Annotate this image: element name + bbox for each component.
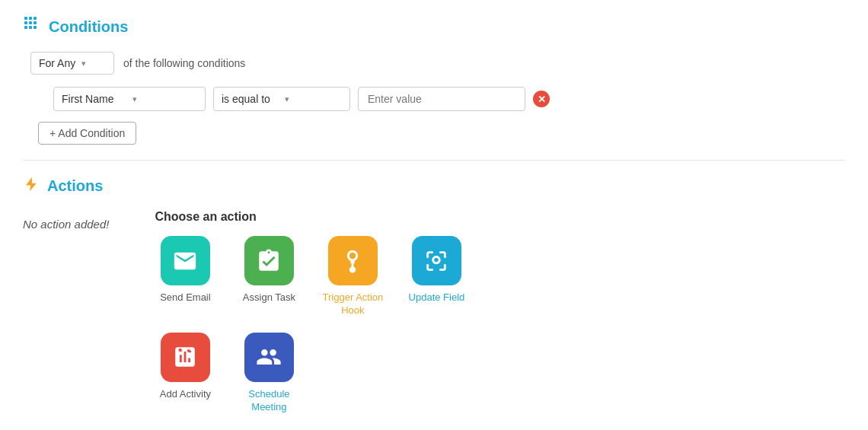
chevron-down-icon: ▾	[81, 59, 86, 68]
email-icon	[172, 248, 198, 274]
page-container: Conditions For Any ▾ of the following co…	[0, 0, 868, 429]
svg-rect-0	[24, 17, 27, 20]
chevron-down-icon: ▾	[132, 94, 197, 104]
no-action-text: No action added!	[23, 210, 109, 231]
svg-rect-7	[29, 26, 32, 29]
meeting-icon	[256, 344, 282, 370]
action-item-send-email[interactable]: Send Email	[155, 236, 215, 317]
assign-task-icon-box	[244, 236, 294, 285]
trigger-action-hook-icon-box	[328, 236, 378, 285]
actions-container: No action added! Choose an action Send E…	[23, 210, 845, 414]
operator-select[interactable]: is equal to ▾	[213, 87, 350, 111]
action-item-schedule-meeting[interactable]: Schedule Meeting	[238, 333, 299, 414]
remove-condition-button[interactable]: ✕	[533, 91, 550, 107]
add-condition-container: + Add Condition	[23, 122, 845, 145]
action-item-assign-task[interactable]: Assign Task	[238, 236, 299, 317]
conditions-icon	[23, 15, 41, 38]
section-divider	[23, 160, 845, 161]
for-any-label: For Any	[39, 57, 75, 69]
action-item-update-field[interactable]: Update Field	[406, 236, 467, 317]
field-name-select[interactable]: First Name ▾	[53, 87, 206, 111]
choose-action-title: Choose an action	[155, 210, 845, 224]
action-item-add-activity[interactable]: Add Activity	[155, 333, 215, 414]
svg-rect-3	[24, 21, 27, 24]
conditions-title: Conditions	[49, 18, 128, 36]
add-condition-button[interactable]: + Add Condition	[38, 122, 136, 145]
actions-title: Actions	[47, 177, 103, 195]
svg-rect-1	[29, 17, 32, 20]
hook-icon	[340, 248, 365, 274]
activity-icon	[172, 344, 198, 370]
svg-rect-2	[34, 17, 37, 20]
add-activity-icon-box	[161, 333, 210, 382]
svg-rect-6	[24, 26, 27, 29]
for-any-select[interactable]: For Any ▾	[30, 52, 114, 75]
value-input[interactable]	[358, 87, 525, 111]
schedule-meeting-label: Schedule Meeting	[238, 388, 299, 414]
action-item-trigger-action-hook[interactable]: Trigger Action Hook	[322, 236, 383, 317]
task-icon	[256, 248, 282, 274]
action-grid: Send Email Assign Task	[155, 236, 845, 414]
svg-rect-8	[34, 26, 37, 29]
field-name-label: First Name	[62, 93, 126, 105]
actions-icon	[23, 176, 40, 196]
no-action-container: No action added!	[23, 210, 109, 231]
following-conditions-text: of the following conditions	[123, 57, 245, 69]
svg-rect-5	[34, 21, 37, 24]
conditions-header: Conditions	[23, 15, 845, 38]
condition-fields-row: First Name ▾ is equal to ▾ ✕	[53, 87, 845, 111]
for-any-row: For Any ▾ of the following conditions	[23, 52, 845, 75]
update-field-label: Update Field	[409, 291, 465, 304]
update-icon	[423, 248, 449, 274]
chevron-down-icon: ▾	[285, 94, 342, 104]
actions-header: Actions	[23, 176, 845, 196]
svg-rect-4	[29, 21, 32, 24]
send-email-icon-box	[161, 236, 210, 285]
update-field-icon-box	[412, 236, 461, 285]
choose-action-panel: Choose an action Send Email	[155, 210, 845, 414]
send-email-label: Send Email	[160, 291, 210, 304]
trigger-action-hook-label: Trigger Action Hook	[322, 291, 383, 317]
assign-task-label: Assign Task	[243, 291, 295, 304]
schedule-meeting-icon-box	[244, 333, 294, 382]
operator-label: is equal to	[222, 93, 279, 105]
add-activity-label: Add Activity	[160, 388, 211, 401]
